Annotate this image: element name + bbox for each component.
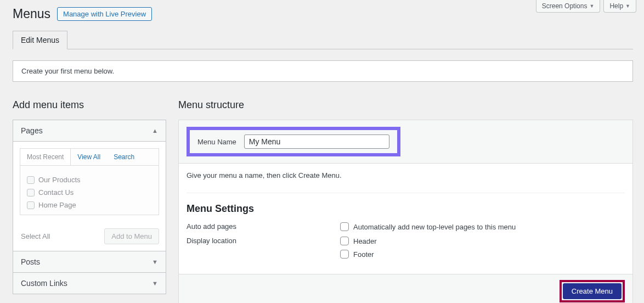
accordion-pages-label: Pages xyxy=(21,126,43,135)
live-preview-button[interactable]: Manage with Live Preview xyxy=(57,7,152,21)
display-location-label: Display location xyxy=(187,237,340,259)
tab-edit-menus[interactable]: Edit Menus xyxy=(13,31,67,49)
chevron-up-icon: ▲ xyxy=(152,127,158,134)
divider xyxy=(187,193,625,193)
add-to-menu-button[interactable]: Add to Menu xyxy=(104,228,159,244)
chevron-down-icon: ▼ xyxy=(152,259,158,265)
chevron-down-icon: ▼ xyxy=(589,3,594,9)
screen-options-button[interactable]: Screen Options ▼ xyxy=(536,0,601,13)
accordion: Pages ▲ Most Recent View All Search Our … xyxy=(13,120,166,294)
create-menu-highlight: Create Menu xyxy=(560,280,625,302)
auto-add-label: Auto add pages xyxy=(187,222,340,231)
chevron-down-icon: ▼ xyxy=(625,3,630,9)
inner-tab-most-recent[interactable]: Most Recent xyxy=(20,149,71,165)
accordion-posts-header[interactable]: Posts ▼ xyxy=(13,251,166,272)
menu-settings-heading: Menu Settings xyxy=(187,203,625,215)
menu-name-input[interactable] xyxy=(244,134,389,149)
checkbox-icon[interactable] xyxy=(340,237,349,245)
chevron-down-icon: ▼ xyxy=(152,280,158,287)
location-footer-option[interactable]: Footer xyxy=(340,250,377,259)
accordion-custom-links-header[interactable]: Custom Links ▼ xyxy=(13,272,166,294)
notice-message: Create your first menu below. xyxy=(13,60,633,82)
location-header-option[interactable]: Header xyxy=(340,237,377,245)
add-menu-items-heading: Add menu items xyxy=(13,99,166,111)
create-menu-button[interactable]: Create Menu xyxy=(563,283,622,299)
checkbox-icon[interactable] xyxy=(27,189,35,197)
inner-tab-search[interactable]: Search xyxy=(107,149,141,165)
help-button[interactable]: Help ▼ xyxy=(603,0,636,13)
checkbox-icon[interactable] xyxy=(340,250,349,259)
page-item[interactable]: Our Products xyxy=(27,173,152,186)
menu-edit-panel: Menu Name Give your menu a name, then cl… xyxy=(178,120,633,303)
accordion-pages-header[interactable]: Pages ▲ xyxy=(13,120,166,142)
checkbox-icon[interactable] xyxy=(27,201,35,209)
page-item-label: Contact Us xyxy=(38,188,74,197)
accordion-posts-label: Posts xyxy=(21,257,40,266)
page-title: Menus xyxy=(13,7,50,21)
inner-tab-view-all[interactable]: View All xyxy=(71,149,107,165)
location-header-label: Header xyxy=(353,237,377,245)
page-item-label: Home Page xyxy=(38,201,76,209)
instruction-text: Give your menu a name, then click Create… xyxy=(187,171,625,179)
checkbox-icon[interactable] xyxy=(27,176,35,184)
auto-add-option[interactable]: Automatically add new top-level pages to… xyxy=(340,222,516,231)
help-label: Help xyxy=(609,2,623,10)
select-all-link[interactable]: Select All xyxy=(20,232,50,240)
auto-add-option-label: Automatically add new top-level pages to… xyxy=(353,223,516,231)
menu-structure-heading: Menu structure xyxy=(178,99,633,111)
menu-name-label: Menu Name xyxy=(197,138,236,146)
menu-name-highlight: Menu Name xyxy=(187,127,400,156)
location-footer-label: Footer xyxy=(353,250,374,259)
screen-options-label: Screen Options xyxy=(542,2,587,10)
checkbox-icon[interactable] xyxy=(340,222,349,231)
accordion-custom-links-label: Custom Links xyxy=(21,279,67,288)
page-item[interactable]: Home Page xyxy=(27,199,152,211)
page-item-label: Our Products xyxy=(38,176,81,184)
page-item[interactable]: Contact Us xyxy=(27,186,152,199)
nav-tabs: Edit Menus xyxy=(13,30,633,49)
accordion-pages-body: Most Recent View All Search Our Products… xyxy=(13,142,166,251)
